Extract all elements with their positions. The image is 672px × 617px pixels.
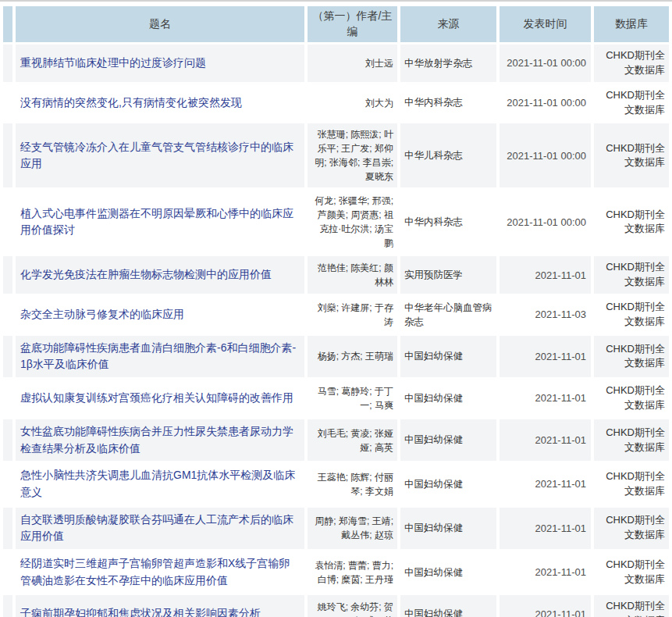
- article-database: CHKD期刊全文数据库: [594, 419, 669, 461]
- article-database: CHKD期刊全文数据库: [594, 508, 669, 549]
- table-row: 女性盆底功能障碍性疾病合并压力性尿失禁患者尿动力学检查结果分析及临床价值 刘毛毛…: [3, 419, 669, 461]
- article-source: 中国妇幼保健: [400, 336, 496, 377]
- row-leading-cell: [3, 256, 12, 294]
- article-authors: 马雪; 葛静玲; 于丁一; 马爽: [308, 380, 397, 417]
- table-row: 自交联透明质酸钠凝胶联合芬吗通在人工流产术后的临床应用价值 周静; 郑海雪; 王…: [3, 508, 669, 549]
- article-database: CHKD期刊全文数据库: [594, 190, 669, 254]
- article-title-link[interactable]: 盆底功能障碍性疾病患者血清白细胞介素-6和白细胞介素-1β水平及临床价值: [20, 341, 296, 371]
- article-authors: 何龙; 张疆华; 邢强; 芦颜美; 周贤惠; 祖克拉·吐尔洪; 汤宝鹏: [308, 190, 397, 254]
- article-date: 2021-11-03: [500, 296, 591, 333]
- article-title-cell: 急性小脑性共济失调患儿血清抗GM1抗体水平检测及临床意义: [16, 463, 304, 505]
- article-list-page: 题名 （第一）作者/主编 来源 发表时间 数据库 重视肺结节临床处理中的过度诊疗…: [0, 0, 672, 617]
- row-leading-cell: [3, 84, 12, 122]
- article-source: 中国妇幼保健: [400, 419, 496, 461]
- row-leading-cell: [3, 508, 12, 549]
- article-authors: 王蕊艳; 陈辉; 付丽琴; 李文娟: [308, 463, 397, 505]
- article-authors: 杨扬; 方杰; 王萌瑞: [308, 336, 397, 377]
- article-database: CHKD期刊全文数据库: [594, 296, 669, 333]
- row-leading-cell: [3, 45, 12, 82]
- article-date: 2021-11-01: [500, 419, 591, 461]
- article-database: CHKD期刊全文数据库: [594, 84, 669, 122]
- article-source: 中华内科杂志: [400, 84, 496, 122]
- article-source: 中国妇幼保健: [400, 551, 496, 593]
- article-source: 中华放射学杂志: [400, 45, 496, 82]
- article-title-link[interactable]: 经支气管镜冷冻介入在儿童气管支气管结核诊疗中的临床应用: [20, 141, 293, 170]
- article-title-link[interactable]: 急性小脑性共济失调患儿血清抗GM1抗体水平检测及临床意义: [20, 469, 295, 498]
- article-authors: 袁怡清; 曹蕾; 曹力; 白博; 糜茵; 王丹瑾: [308, 551, 397, 593]
- header-leading-cell: [3, 6, 12, 42]
- table-row: 杂交全主动脉弓修复术的临床应用 刘燊; 许建屏; 于存涛 中华老年心脑血管病杂志…: [3, 296, 669, 333]
- article-title-cell: 自交联透明质酸钠凝胶联合芬吗通在人工流产术后的临床应用价值: [16, 508, 304, 549]
- article-source: 中国妇幼保健: [400, 463, 496, 505]
- table-row: 经支气管镜冷冻介入在儿童气管支气管结核诊疗中的临床应用 张慧珊; 陈熙泼; 叶乐…: [3, 123, 669, 187]
- row-leading-cell: [3, 463, 12, 505]
- column-header-title: 题名: [16, 6, 304, 42]
- row-leading-cell: [3, 190, 12, 254]
- article-date: 2021-11-01 00:00: [500, 84, 591, 122]
- table-body: 重视肺结节临床处理中的过度诊疗问题 刘士远 中华放射学杂志 2021-11-01…: [3, 45, 669, 617]
- article-title-link[interactable]: 化学发光免疫法在肿瘤生物标志物检测中的应用价值: [20, 268, 272, 280]
- table-row: 化学发光免疫法在肿瘤生物标志物检测中的应用价值 范艳佳; 陈美红; 颜林林 实用…: [3, 256, 669, 294]
- article-database: CHKD期刊全文数据库: [594, 256, 669, 294]
- row-leading-cell: [3, 551, 12, 593]
- article-title-link[interactable]: 重视肺结节临床处理中的过度诊疗问题: [20, 56, 206, 69]
- articles-table: 题名 （第一）作者/主编 来源 发表时间 数据库 重视肺结节临床处理中的过度诊疗…: [0, 4, 672, 617]
- article-source: 中国妇幼保健: [400, 508, 496, 549]
- article-date: 2021-11-01 00:00: [500, 45, 591, 82]
- article-title-cell: 经阴道实时三维超声子宫输卵管超声造影和X线子宫输卵管碘油造影在女性不孕症中的临床…: [16, 551, 304, 593]
- article-authors: 刘士远: [308, 45, 397, 82]
- article-source: 中国妇幼保健: [400, 595, 496, 617]
- table-row: 没有病情的突然变化,只有病情变化被突然发现 刘大为 中华内科杂志 2021-11…: [3, 84, 669, 122]
- article-date: 2021-11-01: [500, 380, 591, 417]
- article-database: CHKD期刊全文数据库: [594, 45, 669, 82]
- article-title-cell: 没有病情的突然变化,只有病情变化被突然发现: [16, 84, 304, 122]
- row-leading-cell: [3, 336, 12, 377]
- row-leading-cell: [3, 380, 12, 417]
- article-title-link[interactable]: 自交联透明质酸钠凝胶联合芬吗通在人工流产术后的临床应用价值: [20, 513, 293, 543]
- article-authors: 刘大为: [308, 84, 397, 122]
- article-date: 2021-11-01: [500, 463, 591, 505]
- row-leading-cell: [3, 419, 12, 461]
- article-title-cell: 化学发光免疫法在肿瘤生物标志物检测中的应用价值: [16, 256, 304, 294]
- article-source: 中国妇幼保健: [400, 380, 496, 417]
- article-source: 中华内科杂志: [400, 190, 496, 254]
- article-authors: 范艳佳; 陈美红; 颜林林: [308, 256, 397, 294]
- article-date: 2021-11-01: [500, 336, 591, 377]
- header-row: 题名 （第一）作者/主编 来源 发表时间 数据库: [3, 6, 669, 42]
- article-source: 中华老年心脑血管病杂志: [400, 296, 496, 333]
- article-date: 2021-11-01: [500, 256, 591, 294]
- table-row: 经阴道实时三维超声子宫输卵管超声造影和X线子宫输卵管碘油造影在女性不孕症中的临床…: [3, 551, 669, 593]
- article-database: CHKD期刊全文数据库: [594, 380, 669, 417]
- article-title-link[interactable]: 子痫前期孕妇抑郁和焦虑状况及相关影响因素分析: [20, 607, 261, 617]
- table-header: 题名 （第一）作者/主编 来源 发表时间 数据库: [3, 6, 669, 42]
- table-row: 虚拟认知康复训练对宫颈癌化疗相关认知障碍的改善作用 马雪; 葛静玲; 于丁一; …: [3, 380, 669, 417]
- article-database: CHKD期刊全文数据库: [594, 123, 669, 187]
- column-header-date: 发表时间: [500, 6, 591, 42]
- row-leading-cell: [3, 296, 12, 333]
- article-title-cell: 子痫前期孕妇抑郁和焦虑状况及相关影响因素分析: [16, 595, 304, 617]
- article-title-link[interactable]: 女性盆底功能障碍性疾病合并压力性尿失禁患者尿动力学检查结果分析及临床价值: [20, 425, 293, 455]
- table-row: 重视肺结节临床处理中的过度诊疗问题 刘士远 中华放射学杂志 2021-11-01…: [3, 45, 669, 82]
- article-date: 2021-11-01: [500, 508, 591, 549]
- article-title-cell: 女性盆底功能障碍性疾病合并压力性尿失禁患者尿动力学检查结果分析及临床价值: [16, 419, 304, 461]
- article-title-link[interactable]: 植入式心电事件监测器在不明原因晕厥和心悸中的临床应用价值探讨: [20, 207, 293, 237]
- table-row: 子痫前期孕妇抑郁和焦虑状况及相关影响因素分析 姚玲飞; 余幼芬; 贺琰; 盛晶莹…: [3, 595, 669, 617]
- article-title-cell: 植入式心电事件监测器在不明原因晕厥和心悸中的临床应用价值探讨: [16, 190, 304, 254]
- article-title-cell: 虚拟认知康复训练对宫颈癌化疗相关认知障碍的改善作用: [16, 380, 304, 417]
- article-title-cell: 杂交全主动脉弓修复术的临床应用: [16, 296, 304, 333]
- article-title-link[interactable]: 没有病情的突然变化,只有病情变化被突然发现: [20, 96, 242, 109]
- article-title-link[interactable]: 经阴道实时三维超声子宫输卵管超声造影和X线子宫输卵管碘油造影在女性不孕症中的临床…: [20, 557, 290, 587]
- column-header-database: 数据库: [594, 6, 669, 42]
- article-database: CHKD期刊全文数据库: [594, 463, 669, 505]
- article-title-cell: 盆底功能障碍性疾病患者血清白细胞介素-6和白细胞介素-1β水平及临床价值: [16, 336, 304, 377]
- article-title-link[interactable]: 虚拟认知康复训练对宫颈癌化疗相关认知障碍的改善作用: [20, 391, 293, 404]
- article-title-link[interactable]: 杂交全主动脉弓修复术的临床应用: [20, 308, 184, 320]
- article-date: 2021-11-01: [500, 595, 591, 617]
- table-row: 急性小脑性共济失调患儿血清抗GM1抗体水平检测及临床意义 王蕊艳; 陈辉; 付丽…: [3, 463, 669, 505]
- article-database: CHKD期刊全文数据库: [594, 551, 669, 593]
- article-authors: 周静; 郑海雪; 王靖; 戴丛伟; 赵琼: [308, 508, 397, 549]
- article-date: 2021-11-01 00:00: [500, 123, 591, 187]
- article-title-cell: 重视肺结节临床处理中的过度诊疗问题: [16, 45, 304, 82]
- row-leading-cell: [3, 123, 12, 187]
- article-database: CHKD期刊全文数据库: [594, 336, 669, 377]
